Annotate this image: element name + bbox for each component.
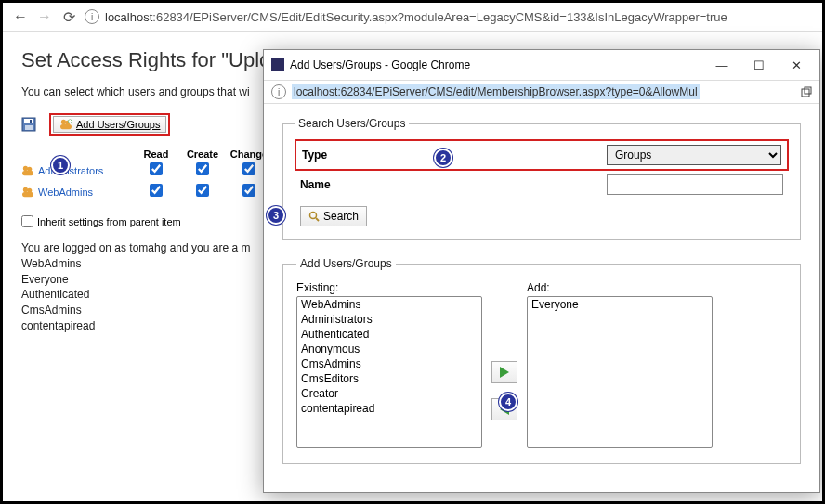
close-button[interactable]: ✕ <box>780 56 812 74</box>
col-create: Create <box>179 149 226 160</box>
add-users-groups-highlight: Add Users/Groups <box>49 113 170 136</box>
move-right-button[interactable] <box>491 361 517 383</box>
add-users-groups-button[interactable]: Add Users/Groups <box>53 116 166 133</box>
svg-rect-1 <box>24 119 33 123</box>
annotation-2: 2 <box>434 149 452 167</box>
list-item: Anonymous <box>297 342 481 356</box>
inherit-label: Inherit settings from parent item <box>37 216 181 227</box>
list-item: Administrators <box>297 312 481 327</box>
svg-rect-15 <box>22 192 33 197</box>
add-users-groups-label: Add Users/Groups <box>76 119 160 130</box>
list-item: CmsEditors <box>297 371 481 386</box>
forward-button[interactable]: → <box>36 8 53 25</box>
popup-url-host: localhost <box>294 85 337 98</box>
svg-rect-6 <box>60 124 72 129</box>
perm-read-checkbox[interactable] <box>150 162 163 175</box>
url-rest: :62834/EPiServer/CMS/Edit/EditSecurity.a… <box>152 10 727 24</box>
list-item: Creator <box>297 386 481 401</box>
perm-create-checkbox[interactable] <box>196 184 209 197</box>
svg-line-19 <box>316 218 319 221</box>
site-info-icon[interactable]: i <box>85 9 99 24</box>
list-item: WebAdmins <box>297 297 481 312</box>
existing-label: Existing: <box>296 281 482 294</box>
annotation-4: 4 <box>499 393 517 411</box>
list-item: Everyone <box>528 297 712 312</box>
add-list-label: Add: <box>527 281 713 294</box>
group-link[interactable]: WebAdmins <box>38 187 93 198</box>
users-icon <box>59 119 72 130</box>
add-legend: Add Users/Groups <box>296 257 396 270</box>
add-listbox[interactable]: Everyone <box>527 296 713 448</box>
perm-create-checkbox[interactable] <box>196 162 209 175</box>
list-item: Authenticated <box>297 327 481 342</box>
type-label: Type <box>302 149 441 162</box>
search-icon <box>308 211 320 222</box>
search-button-label: Search <box>323 210 359 223</box>
type-row-highlight: Type Groups <box>295 139 789 171</box>
svg-point-10 <box>23 165 28 170</box>
open-external-icon[interactable] <box>801 86 812 97</box>
popup-url-rest: :62834/EPiServer/CMS/edit/MembershipBrow… <box>337 85 697 98</box>
url-host: localhost <box>105 10 152 24</box>
popup-address-bar[interactable]: i localhost:62834/EPiServer/CMS/edit/Mem… <box>264 81 819 104</box>
name-input[interactable] <box>607 174 783 195</box>
search-button[interactable]: Search <box>300 206 367 226</box>
svg-rect-16 <box>802 89 809 97</box>
col-read: Read <box>133 149 179 160</box>
existing-listbox[interactable]: WebAdmins Administrators Authenticated A… <box>296 296 482 448</box>
name-label: Name <box>300 178 439 191</box>
perm-change-checkbox[interactable] <box>242 162 255 175</box>
app-icon <box>271 58 284 71</box>
arrow-right-icon <box>500 367 509 378</box>
svg-rect-9 <box>69 121 72 123</box>
list-item: CmsAdmins <box>297 356 481 371</box>
annotation-1: 1 <box>51 156 70 174</box>
group-icon <box>21 165 34 176</box>
save-icon[interactable] <box>21 117 36 132</box>
group-link[interactable]: Administrators <box>38 165 103 176</box>
annotation-3: 3 <box>267 206 285 225</box>
popup-titlebar[interactable]: Add Users/Groups - Google Chrome — ☐ ✕ <box>264 50 819 81</box>
popup-window: Add Users/Groups - Google Chrome — ☐ ✕ i… <box>263 49 820 493</box>
add-fieldset: Add Users/Groups Existing: WebAdmins Adm… <box>282 257 801 464</box>
type-select[interactable]: Groups <box>607 145 781 165</box>
svg-rect-3 <box>30 120 32 123</box>
inherit-checkbox[interactable] <box>21 215 33 227</box>
popup-title: Add Users/Groups - Google Chrome <box>290 58 470 71</box>
perm-change-checkbox[interactable] <box>242 184 255 197</box>
reload-button[interactable]: ⟳ <box>60 8 77 25</box>
site-info-icon[interactable]: i <box>271 84 286 99</box>
svg-rect-17 <box>805 87 811 94</box>
list-item: contentapiread <box>297 401 481 416</box>
search-legend: Search Users/Groups <box>295 117 409 130</box>
browser-toolbar: ← → ⟳ i localhost:62834/EPiServer/CMS/Ed… <box>3 3 822 32</box>
svg-point-4 <box>61 120 66 124</box>
back-button[interactable]: ← <box>12 8 29 25</box>
search-fieldset: Search Users/Groups Type Groups Name Sea <box>282 117 801 240</box>
minimize-button[interactable]: — <box>706 56 738 74</box>
svg-point-18 <box>310 213 317 219</box>
svg-rect-2 <box>25 125 33 130</box>
address-bar[interactable]: i localhost:62834/EPiServer/CMS/Edit/Edi… <box>85 9 813 24</box>
svg-rect-12 <box>22 171 33 175</box>
maximize-button[interactable]: ☐ <box>743 56 775 74</box>
perm-read-checkbox[interactable] <box>150 184 163 197</box>
group-icon <box>21 187 34 198</box>
svg-point-13 <box>23 187 28 191</box>
